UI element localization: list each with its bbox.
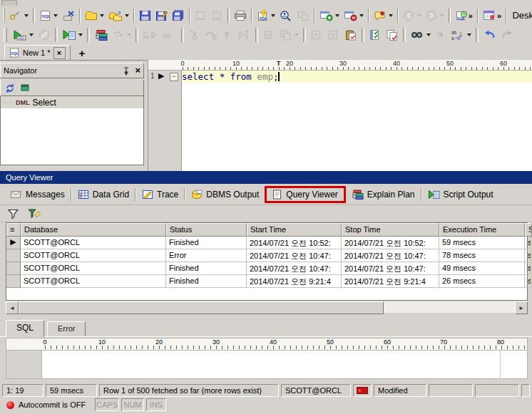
- toolbar-drag-handle[interactable]: [4, 28, 7, 42]
- check-file-in-button[interactable]: [308, 26, 325, 43]
- document-tab-new1[interactable]: SQL New 1 * ×: [4, 45, 71, 60]
- close-tab-icon[interactable]: ×: [53, 47, 66, 59]
- chevron-down-icon[interactable]: [271, 14, 275, 19]
- comment-button[interactable]: [372, 7, 395, 24]
- close-window-button[interactable]: [342, 7, 366, 24]
- desktop-panels-button[interactable]: »: [481, 7, 503, 24]
- step-over-button[interactable]: [203, 26, 219, 43]
- tab-sql[interactable]: SQL: [6, 320, 44, 337]
- column-header-status[interactable]: Status: [166, 223, 247, 237]
- replace-button[interactable]: aba+b: [449, 26, 474, 43]
- chevron-down-icon[interactable]: [125, 14, 129, 19]
- refresh-icon[interactable]: [5, 83, 15, 93]
- reopen-file-button[interactable]: [106, 7, 131, 24]
- tab-dbms-output[interactable]: DBMS Output: [185, 187, 265, 202]
- grid-row[interactable]: ▶ SCOTT@ORCL Finished 2014/07/21 오전 10:5…: [6, 237, 527, 249]
- sql-history-button[interactable]: SQL »: [453, 7, 475, 24]
- tab-script-output[interactable]: Script Output: [422, 187, 499, 202]
- find-button[interactable]: [408, 26, 433, 43]
- chevron-down-icon[interactable]: [440, 14, 444, 19]
- filter-icon[interactable]: [7, 208, 20, 219]
- tab-data-grid[interactable]: Data Grid: [72, 187, 135, 202]
- tab-error[interactable]: Error: [47, 321, 86, 336]
- scrollbar-thumb[interactable]: [19, 301, 384, 314]
- group-toggle-icon[interactable]: [21, 83, 29, 92]
- new-sql-document-button[interactable]: SQL: [37, 7, 60, 24]
- column-header-clipped[interactable]: S: [525, 223, 532, 237]
- new-window-button[interactable]: [317, 7, 342, 24]
- redo-button[interactable]: [498, 26, 516, 43]
- column-header-execution-time[interactable]: Execution Time: [439, 223, 525, 237]
- navigator-item-dml-select[interactable]: ··· DML Select: [1, 96, 143, 108]
- tab-explain-plan[interactable]: Explain Plan: [346, 187, 421, 202]
- execution-arrow-icon[interactable]: ▶: [158, 71, 164, 81]
- open-file-button[interactable]: [83, 7, 106, 24]
- paste-button[interactable]: [342, 26, 359, 43]
- explain-plan-button[interactable]: [92, 26, 110, 43]
- grid-row[interactable]: SCOTT@ORCL Finished 2014/07/21 오전 9:21:4…: [6, 275, 527, 288]
- run-to-cursor-button[interactable]: [235, 26, 253, 43]
- grid-row[interactable]: SCOTT@ORCL Error 2014/07/21 오전 10:47: 20…: [6, 249, 527, 262]
- grid-horizontal-scrollbar[interactable]: ◄ ►: [6, 301, 528, 313]
- tab-trace[interactable]: Trace: [136, 187, 184, 202]
- describe-objects-button[interactable]: [277, 7, 295, 24]
- compile-all-button[interactable]: [277, 26, 301, 43]
- clear-filter-icon[interactable]: [27, 208, 41, 219]
- compile-button[interactable]: [260, 26, 277, 43]
- navigate-forward-button[interactable]: [424, 7, 446, 24]
- grid-row[interactable]: SCOTT@ORCL Finished 2014/07/21 오전 10:47:…: [6, 262, 527, 275]
- chevron-down-icon[interactable]: [100, 14, 104, 19]
- undo-button[interactable]: [481, 26, 498, 43]
- desktop-label[interactable]: Desk: [512, 10, 532, 21]
- scroll-right-icon[interactable]: ►: [515, 301, 528, 314]
- save-all-button[interactable]: [170, 7, 187, 24]
- chevron-down-icon[interactable]: [29, 33, 34, 38]
- execute-statement-button[interactable]: SQL: [9, 26, 36, 43]
- sql-recall-button[interactable]: SQL: [255, 7, 277, 24]
- toolbar-overflow-icon[interactable]: »: [469, 11, 472, 20]
- reload-all-button[interactable]: [209, 7, 225, 24]
- tab-messages[interactable]: Messages: [4, 187, 71, 202]
- reload-file-button[interactable]: [193, 7, 209, 24]
- copy-check-button[interactable]: [384, 26, 401, 43]
- toolbar-drag-handle[interactable]: [4, 9, 5, 23]
- chevron-down-icon[interactable]: [335, 14, 339, 19]
- code-fold-icon[interactable]: −: [170, 73, 178, 81]
- tab-query-viewer[interactable]: Query Viewer: [265, 186, 345, 203]
- pin-icon[interactable]: [122, 66, 131, 76]
- chevron-down-icon[interactable]: [53, 14, 58, 19]
- cancel-execute-button[interactable]: [36, 26, 53, 43]
- connect-button[interactable]: [7, 7, 31, 24]
- chevron-down-icon[interactable]: [389, 14, 393, 19]
- chevron-down-icon[interactable]: [295, 33, 299, 38]
- chevron-down-icon[interactable]: [24, 14, 29, 19]
- save-button[interactable]: [137, 7, 153, 24]
- disconnect-button[interactable]: [60, 7, 77, 24]
- add-tab-button[interactable]: +: [76, 47, 88, 60]
- object-search-button[interactable]: [295, 7, 312, 24]
- chevron-down-icon[interactable]: [417, 14, 421, 19]
- chevron-down-icon[interactable]: [467, 33, 471, 38]
- check-file-out-button[interactable]: [325, 26, 342, 43]
- step-out-button[interactable]: [219, 26, 235, 43]
- column-header-database[interactable]: Database: [21, 223, 166, 237]
- find-next-button[interactable]: ab: [433, 26, 449, 43]
- chevron-down-icon[interactable]: [127, 33, 131, 38]
- step-into-button[interactable]: [186, 26, 203, 43]
- toolbar-overflow-icon[interactable]: »: [497, 11, 501, 20]
- print-button[interactable]: [232, 7, 249, 24]
- debug-toggle-button[interactable]: [110, 26, 133, 43]
- chevron-down-icon[interactable]: [359, 14, 364, 19]
- editor-body[interactable]: 1 ▶ − select * from emp;: [148, 71, 532, 171]
- execute-script-button[interactable]: [60, 26, 85, 43]
- execute-xc-button[interactable]: (x): [160, 26, 179, 43]
- column-header-stop-time[interactable]: Stop Time: [342, 223, 439, 237]
- chevron-down-icon[interactable]: [78, 33, 83, 38]
- row-selector-header[interactable]: ≡: [6, 223, 21, 237]
- sql-editor[interactable]: 0 10 20 30 40 50 60 T 1 ▶ − select * fro…: [148, 60, 532, 171]
- close-panel-icon[interactable]: ×: [135, 67, 140, 74]
- column-header-start-time[interactable]: Start Time: [247, 223, 342, 237]
- chevron-down-icon[interactable]: [426, 33, 431, 38]
- check-syntax-button[interactable]: [367, 26, 384, 43]
- save-as-button[interactable]: [153, 7, 170, 24]
